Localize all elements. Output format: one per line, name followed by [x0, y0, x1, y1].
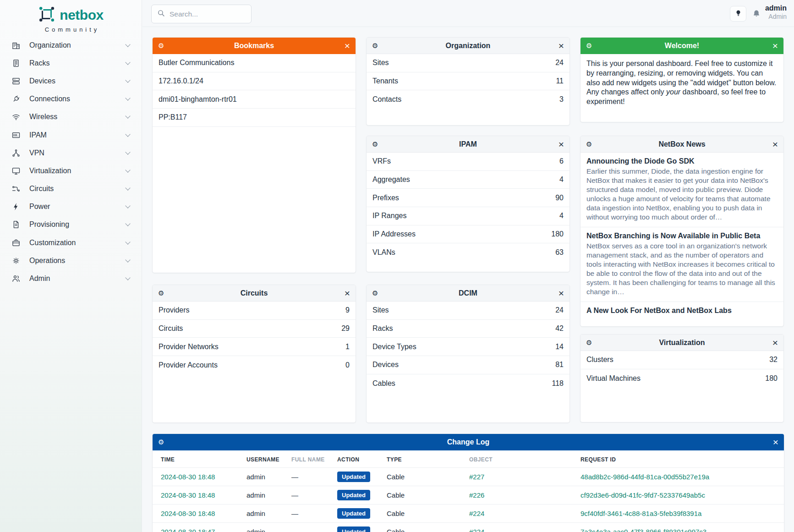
change-time-link[interactable]: 2024-08-30 18:48 — [161, 491, 246, 499]
change-time-link[interactable]: 2024-08-30 18:47 — [161, 528, 246, 532]
close-icon[interactable]: × — [773, 437, 778, 447]
close-icon[interactable]: × — [772, 139, 778, 149]
stat-label-link[interactable]: VRFs — [372, 157, 391, 165]
stat-count-link[interactable]: 90 — [555, 194, 564, 202]
widget-netbox-news: ⚙ NetBox News × Announcing the Diode Go … — [580, 136, 784, 327]
stat-label-link[interactable]: Devices — [372, 361, 399, 369]
stat-count-link[interactable]: 3 — [559, 95, 564, 104]
stat-count-link[interactable]: 4 — [559, 212, 564, 220]
chevron-down-icon — [125, 221, 130, 226]
widget-settings-icon[interactable]: ⚙ — [586, 42, 592, 49]
notifications-button[interactable] — [752, 9, 761, 20]
netbox-logo-link[interactable]: netbox — [0, 5, 142, 25]
change-object-link[interactable]: #224 — [469, 510, 580, 517]
sidebar-item-customization[interactable]: Customization — [0, 234, 142, 252]
stat-count-link[interactable]: 42 — [555, 324, 564, 333]
widget-settings-icon[interactable]: ⚙ — [586, 141, 592, 148]
bookmark-link[interactable]: Butler Communications — [153, 54, 356, 72]
change-object-link[interactable]: #226 — [469, 491, 580, 499]
stat-label-link[interactable]: Circuits — [159, 324, 183, 333]
stat-count-link[interactable]: 0 — [345, 361, 350, 369]
stat-label-link[interactable]: IP Addresses — [372, 230, 416, 238]
change-time-link[interactable]: 2024-08-30 18:48 — [161, 510, 246, 517]
stat-count-link[interactable]: 1 — [345, 343, 350, 351]
request-id-link[interactable]: 9cf40fdf-3461-4c88-81a3-5feb39f8391a — [580, 510, 784, 517]
news-title-link[interactable]: Announcing the Diode Go SDK — [586, 157, 778, 165]
stat-count-link[interactable]: 11 — [556, 77, 564, 85]
stat-count-link[interactable]: 180 — [551, 230, 564, 238]
sidebar-item-label: Provisioning — [29, 220, 126, 229]
user-menu[interactable]: admin Admin — [765, 4, 787, 20]
stat-label-link[interactable]: Providers — [159, 306, 190, 314]
widget-settings-icon[interactable]: ⚙ — [372, 42, 378, 49]
stat-count-link[interactable]: 6 — [559, 157, 564, 165]
stat-label-link[interactable]: Provider Networks — [159, 343, 219, 351]
close-icon[interactable]: × — [559, 41, 564, 50]
widget-settings-icon[interactable]: ⚙ — [158, 42, 164, 49]
stat-label-link[interactable]: Racks — [372, 324, 393, 333]
theme-toggle-button[interactable] — [730, 6, 746, 22]
bookmark-link[interactable]: PP:B117 — [153, 109, 356, 127]
close-icon[interactable]: × — [772, 41, 778, 50]
sidebar-item-racks[interactable]: Racks — [0, 54, 142, 72]
widget-settings-icon[interactable]: ⚙ — [158, 439, 164, 445]
close-icon[interactable]: × — [345, 41, 350, 50]
stat-count-link[interactable]: 32 — [769, 356, 778, 364]
sidebar-item-power[interactable]: Power — [0, 198, 142, 216]
change-object-link[interactable]: #227 — [469, 473, 580, 481]
widget-settings-icon[interactable]: ⚙ — [372, 141, 378, 148]
bookmark-link[interactable]: dmi01-binghamton-rtr01 — [153, 90, 356, 109]
change-object-link[interactable]: #224 — [469, 528, 580, 532]
stat-count-link[interactable]: 118 — [552, 379, 564, 388]
sidebar-item-admin[interactable]: Admin — [0, 269, 142, 287]
stat-label-link[interactable]: Clusters — [586, 356, 613, 364]
stat-count-link[interactable]: 29 — [341, 324, 350, 333]
sidebar-item-virtualization[interactable]: Virtualization — [0, 162, 142, 180]
stat-count-link[interactable]: 4 — [559, 176, 564, 184]
request-id-link[interactable]: 7a3c4e3a-aac0-47f3-8966-f89301c997c3 — [580, 528, 784, 532]
sidebar-item-circuits[interactable]: Circuits — [0, 180, 142, 198]
news-title-link[interactable]: A New Look For NetBox and NetBox Labs — [586, 307, 778, 315]
sidebar-item-ipam[interactable]: IPAM — [0, 126, 142, 144]
change-time-link[interactable]: 2024-08-30 18:48 — [161, 473, 246, 481]
stat-count-link[interactable]: 9 — [345, 306, 350, 314]
sidebar-item-wireless[interactable]: Wireless — [0, 108, 142, 126]
stat-count-link[interactable]: 24 — [555, 306, 564, 314]
stat-label-link[interactable]: Provider Accounts — [159, 361, 218, 369]
sidebar-item-vpn[interactable]: VPN — [0, 144, 142, 162]
widget-settings-icon[interactable]: ⚙ — [586, 339, 592, 346]
stat-count-link[interactable]: 63 — [555, 248, 564, 257]
stat-count-link[interactable]: 24 — [555, 59, 564, 67]
close-icon[interactable]: × — [345, 288, 350, 298]
stat-count-link[interactable]: 180 — [765, 374, 778, 383]
stat-count-link[interactable]: 14 — [555, 343, 564, 351]
close-icon[interactable]: × — [559, 139, 564, 149]
column-header-object: OBJECT — [469, 456, 580, 463]
search-input[interactable] — [170, 10, 246, 18]
sidebar-item-organization[interactable]: Organization — [0, 36, 142, 54]
sidebar-item-devices[interactable]: Devices — [0, 72, 142, 90]
sidebar-item-operations[interactable]: Operations — [0, 252, 142, 269]
stat-label-link[interactable]: Cables — [372, 379, 395, 388]
close-icon[interactable]: × — [772, 338, 778, 347]
widget-settings-icon[interactable]: ⚙ — [372, 290, 378, 296]
stat-label-link[interactable]: Sites — [372, 306, 389, 314]
stat-label-link[interactable]: Device Types — [372, 343, 416, 351]
request-id-link[interactable]: 48ad8b2c-986d-44fd-81ca-00d55b27e19a — [580, 473, 784, 481]
stat-label-link[interactable]: Prefixes — [372, 194, 399, 202]
sidebar-item-connections[interactable]: Connections — [0, 90, 142, 108]
stat-label-link[interactable]: Contacts — [372, 95, 401, 104]
stat-label-link[interactable]: Aggregates — [372, 176, 410, 184]
stat-label-link[interactable]: Sites — [372, 59, 389, 67]
stat-label-link[interactable]: VLANs — [372, 248, 395, 257]
stat-count-link[interactable]: 81 — [555, 361, 564, 369]
request-id-link[interactable]: cf92d3e6-d09d-41fc-9fd7-52337649ab5c — [580, 491, 784, 499]
stat-label-link[interactable]: IP Ranges — [372, 212, 406, 220]
stat-label-link[interactable]: Virtual Machines — [586, 374, 641, 383]
news-title-link[interactable]: NetBox Branching is Now Available in Pub… — [586, 232, 778, 240]
stat-label-link[interactable]: Tenants — [372, 77, 398, 85]
bookmark-link[interactable]: 172.16.0.1/24 — [153, 72, 356, 91]
close-icon[interactable]: × — [559, 288, 564, 298]
sidebar-item-provisioning[interactable]: Provisioning — [0, 216, 142, 234]
widget-settings-icon[interactable]: ⚙ — [158, 290, 164, 296]
